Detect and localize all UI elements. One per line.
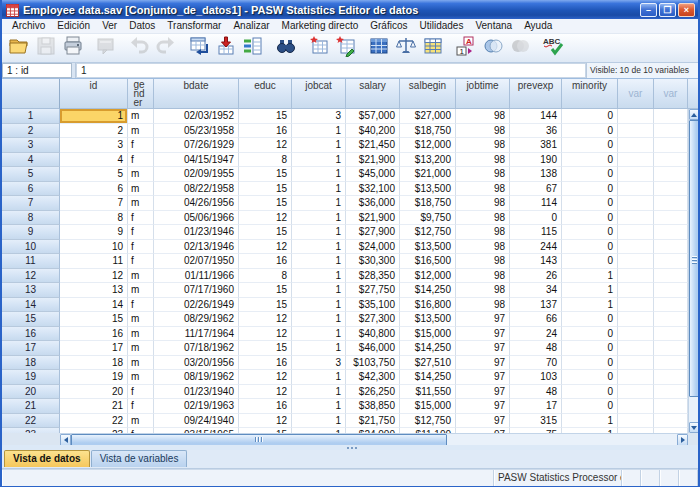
go-to-case-button[interactable] <box>186 35 212 61</box>
cell-7-jobtime[interactable]: 98 <box>456 196 510 211</box>
cell-12-salary[interactable]: $28,350 <box>346 269 400 284</box>
cell-10-jobtime[interactable]: 98 <box>456 240 510 255</box>
cell-1-bdate[interactable]: 02/03/1952 <box>154 109 239 124</box>
column-header-salary[interactable]: salary <box>346 79 400 109</box>
cell-8-var[interactable] <box>654 211 688 226</box>
cell-19-id[interactable]: 19 <box>60 370 128 385</box>
cell-7-prevexp[interactable]: 114 <box>510 196 562 211</box>
row-header-11[interactable]: 11 <box>2 254 60 269</box>
cell-7-minority[interactable]: 0 <box>562 196 618 211</box>
row-header-22[interactable]: 22 <box>2 414 60 429</box>
cell-16-minority[interactable]: 0 <box>562 327 618 342</box>
cell-16-salary[interactable]: $40,800 <box>346 327 400 342</box>
cell-15-var[interactable] <box>618 312 654 327</box>
cell-15-gender[interactable]: m <box>128 312 154 327</box>
cell-12-id[interactable]: 12 <box>60 269 128 284</box>
cell-1-var[interactable] <box>654 109 688 124</box>
cell-8-jobcat[interactable]: 1 <box>292 211 346 226</box>
cell-11-var[interactable] <box>618 254 654 269</box>
cell-19-educ[interactable]: 12 <box>239 370 292 385</box>
print-button[interactable] <box>60 35 86 61</box>
scroll-right-arrow-icon[interactable] <box>677 434 688 445</box>
variables-button[interactable] <box>240 35 266 61</box>
cell-16-bdate[interactable]: 11/17/1964 <box>154 327 239 342</box>
cell-5-jobcat[interactable]: 1 <box>292 167 346 182</box>
cell-20-bdate[interactable]: 01/23/1940 <box>154 385 239 400</box>
cell-20-minority[interactable]: 0 <box>562 385 618 400</box>
cell-1-prevexp[interactable]: 144 <box>510 109 562 124</box>
row-header-6[interactable]: 6 <box>2 182 60 197</box>
scroll-left-arrow-icon[interactable] <box>60 434 71 445</box>
cell-1-id[interactable]: 1 <box>60 109 128 124</box>
cell-3-id[interactable]: 3 <box>60 138 128 153</box>
cell-6-prevexp[interactable]: 67 <box>510 182 562 197</box>
cell-4-var[interactable] <box>654 153 688 168</box>
cell-18-id[interactable]: 18 <box>60 356 128 371</box>
cell-17-salary[interactable]: $46,000 <box>346 341 400 356</box>
cell-8-id[interactable]: 8 <box>60 211 128 226</box>
cell-5-jobtime[interactable]: 98 <box>456 167 510 182</box>
cell-14-minority[interactable]: 1 <box>562 298 618 313</box>
cell-4-gender[interactable]: f <box>128 153 154 168</box>
row-header-16[interactable]: 16 <box>2 327 60 342</box>
cell-11-salary[interactable]: $30,300 <box>346 254 400 269</box>
cell-13-minority[interactable]: 1 <box>562 283 618 298</box>
cell-2-var[interactable] <box>654 124 688 139</box>
cell-1-jobtime[interactable]: 98 <box>456 109 510 124</box>
cell-1-salbegin[interactable]: $27,000 <box>400 109 456 124</box>
cell-22-var[interactable] <box>654 414 688 429</box>
cell-21-id[interactable]: 21 <box>60 399 128 414</box>
cell-3-minority[interactable]: 0 <box>562 138 618 153</box>
cell-2-gender[interactable]: m <box>128 124 154 139</box>
row-header-15[interactable]: 15 <box>2 312 60 327</box>
row-header-9[interactable]: 9 <box>2 225 60 240</box>
menu-ver[interactable]: Ver <box>96 19 123 33</box>
insert-variable-button[interactable] <box>333 35 359 61</box>
cell-20-jobcat[interactable]: 1 <box>292 385 346 400</box>
cell-13-var[interactable] <box>618 283 654 298</box>
cell-13-prevexp[interactable]: 34 <box>510 283 562 298</box>
cell-1-salary[interactable]: $57,000 <box>346 109 400 124</box>
cell-20-id[interactable]: 20 <box>60 385 128 400</box>
cell-13-salbegin[interactable]: $14,250 <box>400 283 456 298</box>
column-header-gender[interactable]: gender <box>128 79 154 109</box>
cell-12-educ[interactable]: 8 <box>239 269 292 284</box>
cell-14-salbegin[interactable]: $16,800 <box>400 298 456 313</box>
cell-21-minority[interactable]: 0 <box>562 399 618 414</box>
cell-21-educ[interactable]: 16 <box>239 399 292 414</box>
cell-18-prevexp[interactable]: 70 <box>510 356 562 371</box>
cell-12-var[interactable] <box>654 269 688 284</box>
cell-9-gender[interactable]: f <box>128 225 154 240</box>
cell-4-var[interactable] <box>618 153 654 168</box>
cell-7-salary[interactable]: $36,000 <box>346 196 400 211</box>
menu-marketing-directo[interactable]: Marketing directo <box>276 19 365 33</box>
cell-9-id[interactable]: 9 <box>60 225 128 240</box>
close-button[interactable]: × <box>678 3 695 17</box>
cell-6-salbegin[interactable]: $13,500 <box>400 182 456 197</box>
cell-13-id[interactable]: 13 <box>60 283 128 298</box>
cell-4-educ[interactable]: 8 <box>239 153 292 168</box>
cell-19-gender[interactable]: m <box>128 370 154 385</box>
cell-17-jobcat[interactable]: 1 <box>292 341 346 356</box>
menu-edici-n[interactable]: Edición <box>51 19 96 33</box>
cell-3-salary[interactable]: $21,450 <box>346 138 400 153</box>
cell-15-bdate[interactable]: 08/29/1962 <box>154 312 239 327</box>
cell-14-jobcat[interactable]: 1 <box>292 298 346 313</box>
cell-9-jobtime[interactable]: 98 <box>456 225 510 240</box>
cell-6-jobtime[interactable]: 98 <box>456 182 510 197</box>
cell-2-salary[interactable]: $40,200 <box>346 124 400 139</box>
cell-16-id[interactable]: 16 <box>60 327 128 342</box>
cell-5-bdate[interactable]: 02/09/1955 <box>154 167 239 182</box>
cell-3-var[interactable] <box>618 138 654 153</box>
cell-13-jobcat[interactable]: 1 <box>292 283 346 298</box>
cell-20-var[interactable] <box>654 385 688 400</box>
cell-5-gender[interactable]: m <box>128 167 154 182</box>
cell-10-bdate[interactable]: 02/13/1946 <box>154 240 239 255</box>
cell-17-salbegin[interactable]: $14,250 <box>400 341 456 356</box>
row-header-3[interactable]: 3 <box>2 138 60 153</box>
cell-15-salbegin[interactable]: $13,500 <box>400 312 456 327</box>
cell-17-var[interactable] <box>618 341 654 356</box>
cell-16-gender[interactable]: m <box>128 327 154 342</box>
row-header-8[interactable]: 8 <box>2 211 60 226</box>
cell-4-bdate[interactable]: 04/15/1947 <box>154 153 239 168</box>
